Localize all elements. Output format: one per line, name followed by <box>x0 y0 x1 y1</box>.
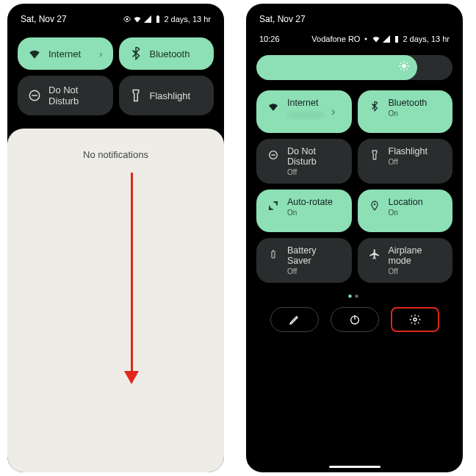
settings-button[interactable] <box>391 307 439 332</box>
tile-label: Airplane mode <box>389 245 443 266</box>
status-icons: Vodafone RO 2 days, 13 hr <box>311 35 450 43</box>
battery-icon <box>392 35 401 43</box>
status-date: Sat, Nov 27 <box>21 14 67 24</box>
tile-bluetooth[interactable]: Bluetooth <box>119 37 214 70</box>
location-icon <box>368 199 381 212</box>
dnd-icon <box>267 148 280 162</box>
tile-flashlight[interactable]: Flashlight <box>119 76 214 115</box>
tile-airplane[interactable]: Airplane modeOff <box>358 238 453 283</box>
status-icons: 2 days, 13 hr <box>123 15 211 24</box>
tile-autorotate[interactable]: Auto-rotateOn <box>256 190 352 232</box>
tile-state: Off <box>389 267 443 275</box>
tile-dnd[interactable]: Do Not DisturbOff <box>256 139 352 184</box>
swipe-down-arrow <box>131 173 140 384</box>
svg-line-11 <box>406 68 407 69</box>
tile-internet[interactable]: Internet › <box>256 90 352 133</box>
tile-state: On <box>389 209 423 217</box>
tile-label: Bluetooth <box>150 48 204 60</box>
tile-label: Battery Saver <box>287 245 342 266</box>
svg-rect-4 <box>395 36 398 43</box>
brightness-icon <box>398 60 410 75</box>
status-date: Sat, Nov 27 <box>259 14 306 24</box>
bottom-buttons <box>246 304 463 335</box>
phone-left: Sat, Nov 27 2 days, 13 hr Internet › Blu… <box>7 4 224 472</box>
svg-point-5 <box>402 64 405 68</box>
tile-flashlight[interactable]: FlashlightOff <box>358 139 453 184</box>
svg-rect-17 <box>272 251 275 258</box>
eye-icon <box>361 35 370 43</box>
airplane-icon <box>368 248 381 261</box>
svg-point-3 <box>365 38 367 40</box>
tile-label: Auto-rotate <box>287 197 333 207</box>
notification-panel[interactable]: No notifications <box>7 129 224 472</box>
battery-icon <box>154 15 162 24</box>
flashlight-icon <box>368 148 381 162</box>
wifi-icon <box>28 47 41 60</box>
tile-state: Off <box>287 168 342 176</box>
signal-icon <box>382 35 391 43</box>
bluetooth-icon <box>368 100 381 113</box>
edit-button[interactable] <box>270 307 319 332</box>
svg-point-21 <box>414 318 416 321</box>
carrier-text: Vodafone RO <box>311 35 360 43</box>
chevron-right-icon: › <box>99 48 102 60</box>
svg-line-10 <box>400 62 401 63</box>
tile-state: Off <box>389 158 428 166</box>
battery-icon <box>267 248 280 261</box>
brightness-track <box>256 55 452 80</box>
tile-bluetooth[interactable]: BluetoothOn <box>358 90 453 133</box>
dnd-icon <box>28 89 41 102</box>
tile-state: On <box>389 109 428 118</box>
tile-internet[interactable]: Internet › <box>18 37 113 70</box>
status-bar: Sat, Nov 27 2 days, 13 hr <box>7 4 224 32</box>
tile-label: Do Not Disturb <box>287 146 342 167</box>
brightness-slider[interactable] <box>256 55 452 80</box>
tile-location[interactable]: LocationOn <box>358 190 453 232</box>
wifi-icon <box>133 15 142 24</box>
flashlight-icon <box>129 89 143 102</box>
battery-text: 2 days, 13 hr <box>403 35 450 43</box>
signal-icon <box>143 15 152 24</box>
page-indicator: ●● <box>246 287 463 304</box>
no-notifications-text: No notifications <box>7 129 224 160</box>
rotate-icon <box>267 199 280 212</box>
tile-label: Bluetooth <box>389 98 428 108</box>
wifi-icon <box>267 100 280 113</box>
tile-label: Flashlight <box>389 146 428 156</box>
tile-label: Location <box>389 197 423 207</box>
substatus-bar: 10:26 Vodafone RO 2 days, 13 hr <box>246 32 463 49</box>
bluetooth-icon <box>129 47 143 60</box>
svg-line-13 <box>406 62 407 63</box>
nav-handle[interactable] <box>329 466 381 468</box>
quick-tiles-expanded: Internet › BluetoothOn Do Not DisturbOff… <box>246 86 463 287</box>
status-bar: Sat, Nov 27 <box>246 4 463 32</box>
wifi-icon <box>372 35 381 43</box>
battery-text: 2 days, 13 hr <box>164 15 211 24</box>
brightness-fill <box>256 55 417 80</box>
power-button[interactable] <box>331 307 379 332</box>
svg-point-16 <box>373 203 375 205</box>
chevron-right-icon: › <box>331 105 335 118</box>
tile-label: Internet <box>48 48 92 60</box>
eye-icon <box>123 15 131 24</box>
tile-state: On <box>287 209 333 217</box>
tile-label: Internet <box>287 98 324 108</box>
tile-label: Flashlight <box>150 90 204 101</box>
quick-tiles: Internet › Bluetooth Do Not Disturb Flas… <box>7 32 224 121</box>
status-time: 10:26 <box>259 35 280 43</box>
tile-battery-saver[interactable]: Battery SaverOff <box>256 238 352 283</box>
tile-state: Off <box>287 267 342 275</box>
phone-right: Sat, Nov 27 10:26 Vodafone RO 2 days, 13… <box>246 4 463 472</box>
tile-dnd[interactable]: Do Not Disturb <box>18 76 113 115</box>
svg-line-12 <box>400 68 401 69</box>
tile-label: Do Not Disturb <box>48 84 103 107</box>
svg-point-0 <box>126 18 129 21</box>
network-name-blurred <box>287 112 324 118</box>
